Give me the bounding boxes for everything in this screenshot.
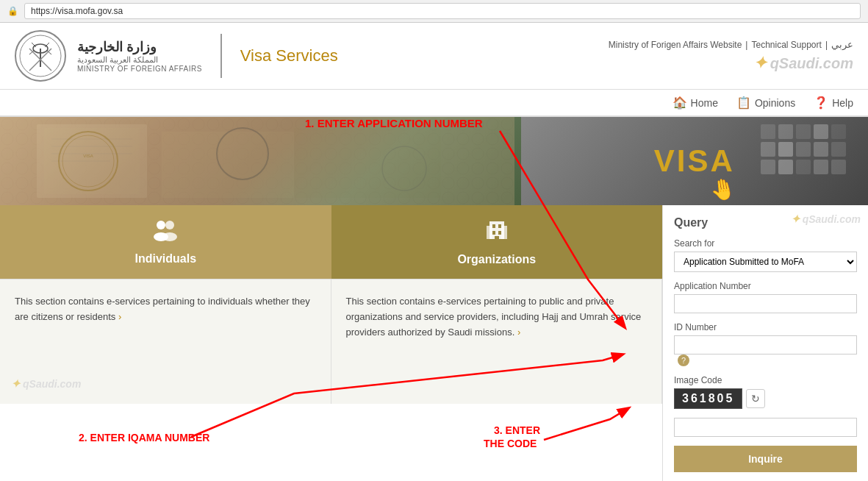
individuals-icon bbox=[151, 219, 180, 246]
banner-tile bbox=[761, 124, 775, 139]
banner-right-section: VISA 🤚 bbox=[521, 117, 868, 205]
banner-tile bbox=[761, 142, 775, 157]
organizations-desc-panel: This section contains e-services pertain… bbox=[331, 279, 663, 404]
svg-point-28 bbox=[162, 232, 177, 241]
inquire-button[interactable]: Inquire bbox=[674, 446, 857, 472]
svg-point-24 bbox=[382, 146, 426, 190]
opinions-icon: 📋 bbox=[736, 96, 751, 110]
banner-tile bbox=[814, 124, 828, 139]
https-lock-icon: 🔒 bbox=[7, 6, 18, 16]
svg-rect-32 bbox=[492, 224, 495, 228]
query-panel: Query ✦ qSaudi.com Search for Applicatio… bbox=[662, 205, 868, 481]
banner-stamps: VISA bbox=[0, 117, 514, 205]
svg-point-23 bbox=[217, 128, 268, 179]
qsaudi-watermark-header: ✦ qSaudi.com bbox=[753, 54, 853, 73]
svg-rect-35 bbox=[498, 231, 501, 235]
qsaudi-star-q-icon: ✦ bbox=[791, 213, 800, 226]
search-for-label: Search for bbox=[674, 238, 857, 249]
id-number-input[interactable] bbox=[674, 335, 857, 354]
app-number-label: Application Number bbox=[674, 281, 857, 291]
banner-tile bbox=[778, 160, 793, 174]
organizations-desc-text: This section contains e-services pertain… bbox=[346, 294, 648, 340]
banner-tiles-grid bbox=[761, 124, 846, 174]
svg-rect-30 bbox=[487, 226, 492, 239]
banner-tile bbox=[778, 142, 793, 157]
page-wrapper: 🔒 https://visa.mofa.gov.sa bbox=[0, 0, 868, 481]
organizations-button[interactable]: Organizations bbox=[331, 205, 663, 279]
banner-tile bbox=[778, 124, 793, 139]
header-top-links: Ministry of Forigen Affairs Website | Te… bbox=[609, 39, 853, 50]
description-row: This section contains e-services pertain… bbox=[0, 279, 662, 404]
category-row: Individuals bbox=[0, 205, 662, 279]
home-icon: 🏠 bbox=[672, 96, 687, 110]
url-bar[interactable]: https://visa.mofa.gov.sa bbox=[24, 3, 861, 19]
svg-rect-34 bbox=[492, 231, 495, 235]
visa-services-title: Visa Services bbox=[240, 46, 338, 65]
banner-tile bbox=[761, 160, 775, 174]
arabic-link[interactable]: عربي bbox=[831, 39, 853, 50]
svg-point-21 bbox=[62, 135, 114, 187]
nav-help[interactable]: ❓ Help bbox=[814, 96, 853, 110]
visa-banner-text: VISA bbox=[654, 143, 735, 179]
organizations-label: Organizations bbox=[457, 253, 536, 266]
qsaudi-watermark-query: ✦ qSaudi.com bbox=[791, 213, 861, 226]
svg-rect-33 bbox=[498, 224, 501, 228]
id-number-row: ID Number ? bbox=[674, 322, 857, 366]
nav-home-label: Home bbox=[691, 97, 718, 109]
svg-text:VISA: VISA bbox=[83, 154, 93, 158]
ministry-arabic-text: وزارة الخارجية bbox=[77, 39, 157, 55]
svg-point-20 bbox=[59, 132, 118, 190]
organizations-icon bbox=[484, 218, 510, 247]
image-code-row: Image Code 361805 ↻ bbox=[674, 375, 857, 437]
qsaudi-star-icon: ✦ bbox=[753, 54, 767, 73]
main-content: Individuals bbox=[0, 205, 868, 481]
ministry-site-link[interactable]: Ministry of Forigen Affairs Website bbox=[609, 40, 742, 50]
ministry-arabic-sub-text: المملكة العربية السعودية bbox=[77, 55, 158, 65]
nav-bar: 🏠 Home 📋 Opinions ❓ Help bbox=[0, 90, 868, 117]
header: وزارة الخارجية المملكة العربية السعودية … bbox=[0, 23, 868, 90]
nav-opinions[interactable]: 📋 Opinions bbox=[736, 96, 795, 110]
search-for-row: Search for Application Submitted to MoFA… bbox=[674, 238, 857, 272]
technical-support-link[interactable]: Technical Support bbox=[751, 40, 821, 50]
ministry-logo-emblem bbox=[15, 30, 66, 82]
id-help-icon[interactable]: ? bbox=[678, 354, 689, 366]
hero-banner: VISA VISA bbox=[0, 117, 868, 205]
banner-tile bbox=[814, 160, 828, 174]
svg-rect-36 bbox=[495, 236, 499, 239]
app-number-row: Application Number bbox=[674, 281, 857, 313]
ministry-english-text: MINISTRY OF FOREIGN AFFAIRS bbox=[77, 65, 202, 73]
organizations-read-more[interactable]: › bbox=[517, 325, 520, 341]
nav-home[interactable]: 🏠 Home bbox=[672, 96, 718, 110]
captcha-input[interactable] bbox=[674, 418, 857, 437]
banner-tile bbox=[796, 124, 811, 139]
search-for-select[interactable]: Application Submitted to MoFA Visa Appli… bbox=[674, 252, 857, 272]
pipe1: | bbox=[745, 40, 747, 50]
svg-point-25 bbox=[157, 221, 165, 229]
banner-tile bbox=[831, 160, 846, 174]
nav-opinions-label: Opinions bbox=[755, 97, 795, 109]
captcha-row: 361805 ↻ bbox=[674, 388, 857, 409]
svg-rect-31 bbox=[501, 226, 507, 239]
banner-tile bbox=[831, 142, 846, 157]
banner-passport-section: VISA bbox=[0, 117, 521, 205]
emblem-svg bbox=[18, 34, 62, 78]
header-right: Ministry of Forigen Affairs Website | Te… bbox=[609, 39, 853, 73]
captcha-refresh-button[interactable]: ↻ bbox=[746, 389, 765, 408]
banner-tile bbox=[814, 142, 828, 157]
banner-tile bbox=[796, 142, 811, 157]
url-text: https://visa.mofa.gov.sa bbox=[31, 6, 123, 16]
individuals-button[interactable]: Individuals bbox=[0, 205, 331, 279]
browser-bar: 🔒 https://visa.mofa.gov.sa bbox=[0, 0, 868, 23]
nav-help-label: Help bbox=[832, 97, 853, 109]
hand-icon: 🤚 bbox=[708, 175, 737, 204]
content-panels: Individuals bbox=[0, 205, 662, 481]
qsaudi-query-text: qSaudi.com bbox=[803, 213, 861, 225]
pipe2: | bbox=[825, 40, 828, 50]
individuals-desc-panel: This section contains e-services pertain… bbox=[0, 279, 331, 404]
id-number-label: ID Number bbox=[674, 322, 857, 332]
qsaudi-star-small-icon: ✦ bbox=[11, 375, 21, 393]
banner-tile bbox=[831, 124, 846, 139]
qsaudi-small-text: qSaudi.com bbox=[23, 376, 81, 392]
individuals-read-more[interactable]: › bbox=[118, 310, 121, 325]
app-number-input[interactable] bbox=[674, 294, 857, 313]
